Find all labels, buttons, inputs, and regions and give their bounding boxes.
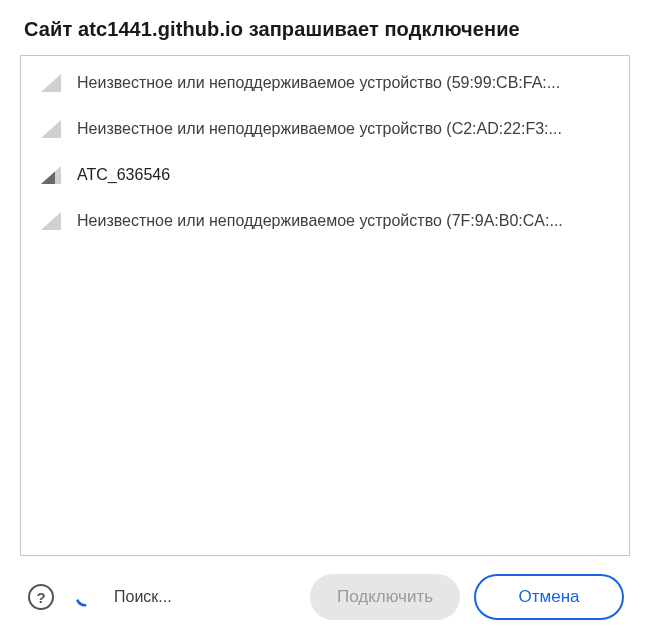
dialog-footer: ? Поиск... Подключить Отмена [20, 556, 630, 622]
device-label: Неизвестное или неподдерживаемое устройс… [77, 74, 560, 92]
scanning-label: Поиск... [114, 588, 172, 606]
dialog-title: Сайт atc1441.github.io запрашивает подкл… [24, 18, 630, 41]
cancel-button[interactable]: Отмена [474, 574, 624, 620]
svg-marker-3 [41, 171, 55, 184]
device-label: Неизвестное или неподдерживаемое устройс… [77, 120, 562, 138]
scanning-spinner-icon [74, 586, 96, 608]
device-row[interactable]: Неизвестное или неподдерживаемое устройс… [21, 60, 629, 106]
connect-button: Подключить [310, 574, 460, 620]
signal-strength-icon [41, 166, 61, 184]
help-button[interactable]: ? [28, 584, 54, 610]
device-label: ATC_636546 [77, 166, 170, 184]
svg-marker-1 [41, 120, 61, 138]
signal-strength-icon [41, 120, 61, 138]
device-row[interactable]: Неизвестное или неподдерживаемое устройс… [21, 198, 629, 244]
signal-strength-icon [41, 74, 61, 92]
device-label: Неизвестное или неподдерживаемое устройс… [77, 212, 563, 230]
signal-strength-icon [41, 212, 61, 230]
device-row[interactable]: Неизвестное или неподдерживаемое устройс… [21, 106, 629, 152]
svg-marker-4 [41, 212, 61, 230]
device-row[interactable]: ATC_636546 [21, 152, 629, 198]
svg-marker-0 [41, 74, 61, 92]
device-list: Неизвестное или неподдерживаемое устройс… [20, 55, 630, 556]
